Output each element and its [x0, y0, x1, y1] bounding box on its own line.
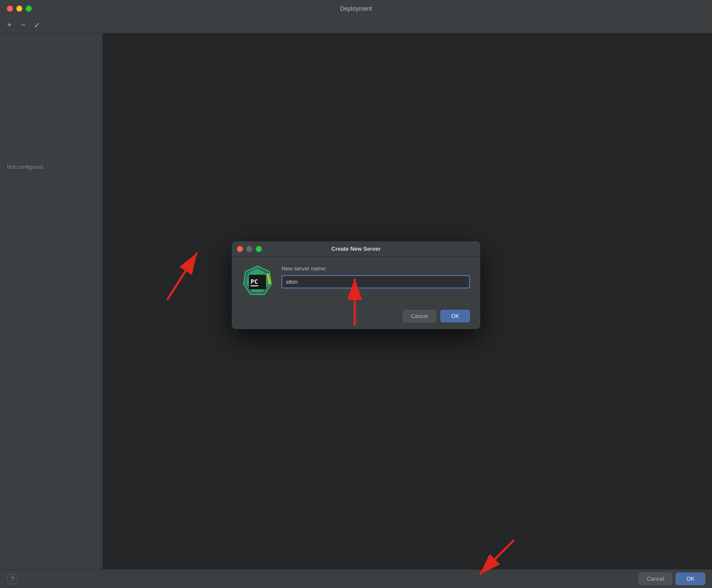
server-name-label: New server name:: [281, 265, 470, 272]
server-name-input[interactable]: [281, 275, 470, 288]
dialog-minimize-button[interactable]: [246, 246, 252, 252]
dialog-title-text: Create New Server: [332, 246, 381, 252]
close-button[interactable]: [7, 6, 13, 12]
dialog-body: PC New server name:: [232, 257, 480, 305]
window-title: Deployment: [340, 5, 372, 12]
dialog-cancel-button[interactable]: Cancel: [403, 310, 436, 322]
help-button[interactable]: ?: [7, 573, 18, 585]
svg-rect-3: [251, 285, 258, 286]
main-cancel-button[interactable]: Cancel: [639, 573, 672, 585]
pycharm-logo: PC: [242, 265, 273, 296]
toolbar: + − ✓: [0, 17, 712, 33]
svg-text:PC: PC: [251, 278, 258, 285]
bottom-bar: ? Cancel OK: [0, 569, 712, 588]
title-bar: Deployment: [0, 0, 712, 17]
sidebar: Not configured: [0, 33, 103, 569]
maximize-button[interactable]: [26, 6, 32, 12]
dialog-title-bar: Create New Server: [232, 241, 480, 257]
not-configured-label: Not configured: [0, 157, 102, 177]
dialog-close-button[interactable]: [237, 246, 243, 252]
remove-server-button[interactable]: −: [17, 19, 29, 31]
check-button[interactable]: ✓: [31, 19, 43, 31]
dialog-ok-button[interactable]: OK: [440, 310, 470, 322]
dialog-traffic-lights: [237, 246, 262, 252]
main-ok-button[interactable]: OK: [676, 573, 705, 585]
dialog-footer: Cancel OK: [232, 305, 480, 329]
dialog-maximize-button[interactable]: [256, 246, 262, 252]
bottom-right-buttons: Cancel OK: [639, 573, 705, 585]
title-bar-controls: [7, 6, 32, 12]
dialog-form: New server name:: [281, 265, 470, 288]
add-server-button[interactable]: +: [3, 19, 15, 31]
minimize-button[interactable]: [16, 6, 22, 12]
create-new-server-dialog: Create New Server PC: [232, 241, 480, 329]
